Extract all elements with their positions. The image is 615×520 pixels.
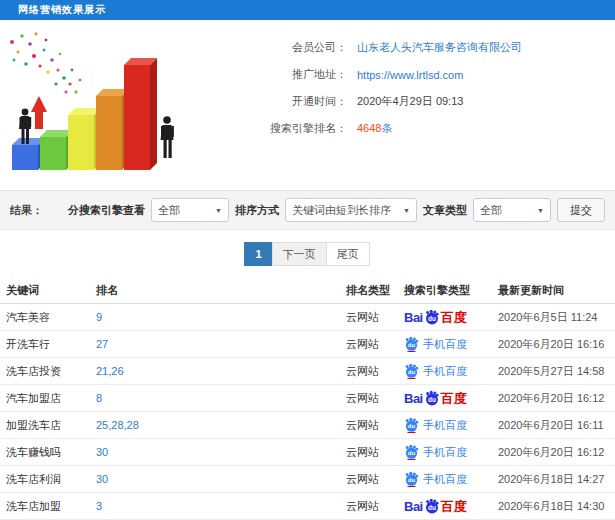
engine-select-value: 全部 — [158, 203, 180, 218]
engine-cell: Bai du 百度 — [404, 336, 498, 352]
table-row: 汽车美容 9 云网站 Bai du 百度 — [0, 304, 615, 331]
keyword-cell: 洗车店利润 — [6, 472, 96, 487]
open-time-label: 开通时间： — [182, 94, 347, 109]
keyword-cell: 汽车美容 — [6, 310, 96, 325]
keyword-cell: 开洗车行 — [6, 337, 96, 352]
header-rank-type: 排名类型 — [346, 283, 404, 298]
confetti-dots — [10, 33, 81, 94]
table-row: 加盟洗车店 25,28,28 云网站 Bai du 百度 — [0, 412, 615, 439]
bars — [12, 58, 157, 170]
promo-url-link[interactable]: https://www.lrtlsd.com — [357, 69, 463, 81]
update-time-cell: 2020年6月18日 14:30 — [498, 499, 615, 514]
engine-cell: Bai du 百度 — [404, 309, 498, 325]
svg-text:du: du — [428, 504, 436, 511]
header-keyword: 关键词 — [6, 283, 96, 298]
article-type-label: 文章类型 — [423, 203, 467, 218]
filter-controls: 分搜索引擎查看 全部 ▼ 排序方式 关键词由短到长排序 ▼ 文章类型 全部 ▼ … — [68, 198, 605, 222]
member-company-link[interactable]: 山东老人头汽车服务咨询有限公司 — [357, 40, 522, 55]
filter-bar: 结果： 分搜索引擎查看 全部 ▼ 排序方式 关键词由短到长排序 ▼ 文章类型 全… — [0, 190, 615, 230]
promo-url-label: 推广地址： — [182, 67, 347, 82]
engine-cell: Bai du 百度 — [404, 444, 498, 460]
engine-rank-label: 搜索引擎排名： — [182, 121, 347, 136]
update-time-cell: 2020年6月20日 16:12 — [498, 445, 615, 460]
engine-cell: Bai du 百度 — [404, 471, 498, 487]
svg-text:du: du — [408, 423, 416, 429]
rank-cell: 9 — [96, 311, 346, 323]
header-bar: 网络营销效果展示 — [0, 0, 615, 20]
mobile-baidu-logo: du 手机百度 — [404, 363, 498, 379]
baidu-bai-text: Bai — [404, 500, 423, 513]
table-row: 洗车店投资 21,26 云网站 Bai du 百度 — [0, 358, 615, 385]
header-engine-type: 搜索引擎类型 — [404, 283, 498, 298]
baidu-bai-text: Bai — [404, 311, 423, 324]
baidu-paw-icon: du — [424, 309, 440, 325]
submit-button[interactable]: 提交 — [557, 198, 605, 222]
page-button-current[interactable]: 1 — [244, 242, 272, 266]
mobile-baidu-text: 手机百度 — [423, 418, 467, 433]
rank-cell: 27 — [96, 338, 346, 350]
update-time-cell: 2020年6月18日 14:27 — [498, 472, 615, 487]
engine-rank-value: 4648条 — [357, 121, 392, 136]
mobile-baidu-logo: du 手机百度 — [404, 417, 498, 433]
article-type-select[interactable]: 全部 ▼ — [473, 198, 551, 222]
mobile-baidu-text: 手机百度 — [423, 472, 467, 487]
last-page-button[interactable]: 尾页 — [326, 242, 370, 266]
rank-type-cell: 云网站 — [346, 472, 404, 487]
member-company-row: 会员公司： 山东老人头汽车服务咨询有限公司 — [182, 34, 615, 61]
engine-cell: Bai du 百度 — [404, 363, 498, 379]
baidu-logo: Bai du 百度 — [404, 498, 498, 514]
svg-text:du: du — [428, 396, 436, 403]
engine-rank-row: 搜索引擎排名： 4648条 — [182, 115, 615, 142]
keyword-cell: 洗车赚钱吗 — [6, 445, 96, 460]
mobile-baidu-text: 手机百度 — [423, 445, 467, 460]
header-update-time: 最新更新时间 — [498, 283, 615, 298]
table-row: 洗车店加盟 3 云网站 Bai du 百度 — [0, 493, 615, 520]
rank-type-cell: 云网站 — [346, 418, 404, 433]
sort-select-value: 关键词由短到长排序 — [292, 203, 391, 218]
keyword-cell: 洗车店投资 — [6, 364, 96, 379]
mobile-baidu-logo: du 手机百度 — [404, 444, 498, 460]
table-row: 洗车店利润 30 云网站 Bai du 百度 — [0, 466, 615, 493]
mobile-baidu-paw-icon: du — [404, 444, 419, 460]
businessman-right — [161, 116, 174, 158]
chevron-down-icon: ▼ — [537, 207, 544, 214]
open-time-row: 开通时间： 2020年4月29日 09:13 — [182, 88, 615, 115]
rank-type-cell: 云网站 — [346, 310, 404, 325]
table-body: 汽车美容 9 云网站 Bai du 百度 — [0, 304, 615, 520]
rank-unit: 条 — [381, 122, 392, 134]
rank-cell: 3 — [96, 500, 346, 512]
mobile-baidu-paw-icon: du — [404, 363, 419, 379]
sort-filter-label: 排序方式 — [235, 203, 279, 218]
bar-chart-illustration — [0, 20, 182, 188]
promo-url-row: 推广地址： https://www.lrtlsd.com — [182, 61, 615, 88]
rank-type-cell: 云网站 — [346, 445, 404, 460]
engine-select[interactable]: 全部 ▼ — [151, 198, 229, 222]
table-row: 开洗车行 27 云网站 Bai du 百度 — [0, 331, 615, 358]
table-row: 洗车赚钱吗 30 云网站 Bai du 百度 — [0, 439, 615, 466]
page-title: 网络营销效果展示 — [18, 3, 106, 17]
mobile-baidu-paw-icon: du — [404, 417, 419, 433]
update-time-cell: 2020年6月5日 11:24 — [498, 310, 615, 325]
svg-text:du: du — [408, 477, 416, 483]
rank-type-cell: 云网站 — [346, 391, 404, 406]
sort-select[interactable]: 关键词由短到长排序 ▼ — [285, 198, 417, 222]
table-header-row: 关键词 排名 排名类型 搜索引擎类型 最新更新时间 — [0, 278, 615, 304]
baidu-cn-text: 百度 — [441, 311, 467, 324]
next-page-button[interactable]: 下一页 — [272, 242, 327, 266]
baidu-cn-text: 百度 — [441, 392, 467, 405]
baidu-bai-text: Bai — [404, 392, 423, 405]
header-rank: 排名 — [96, 283, 346, 298]
top-section: 会员公司： 山东老人头汽车服务咨询有限公司 推广地址： https://www.… — [0, 20, 615, 190]
rank-type-cell: 云网站 — [346, 364, 404, 379]
table-row: 汽车加盟店 8 云网站 Bai du 百度 — [0, 385, 615, 412]
article-type-value: 全部 — [480, 203, 502, 218]
chevron-down-icon: ▼ — [403, 207, 410, 214]
results-table: 关键词 排名 排名类型 搜索引擎类型 最新更新时间 汽车美容 9 云网站 Bai… — [0, 278, 615, 520]
update-time-cell: 2020年6月20日 16:12 — [498, 391, 615, 406]
result-label: 结果： — [10, 203, 43, 218]
svg-text:du: du — [408, 342, 416, 348]
engine-cell: Bai du 百度 — [404, 417, 498, 433]
rank-cell: 25,28,28 — [96, 419, 346, 431]
keyword-cell: 洗车店加盟 — [6, 499, 96, 514]
rank-cell: 8 — [96, 392, 346, 404]
